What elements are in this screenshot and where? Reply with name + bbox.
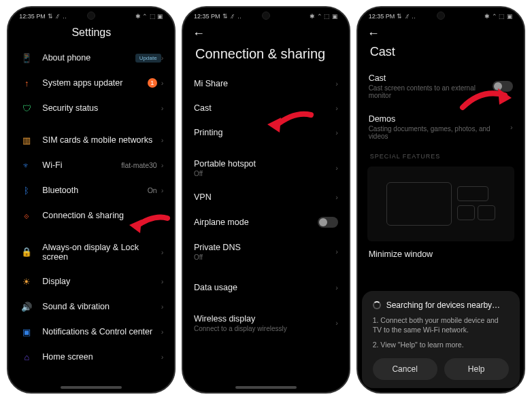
help-button[interactable]: Help (444, 358, 509, 380)
update-icon: ↑ (19, 78, 34, 88)
cast-toggle-row[interactable]: Cast Cast screen contents to an external… (358, 66, 524, 107)
chevron-right-icon: › (161, 79, 164, 87)
item-label: Cast (194, 103, 335, 113)
camera-notch (262, 12, 270, 20)
phone-icon: 📱 (19, 53, 34, 63)
status-indicators: ⇅ ⫽ ‥ (222, 13, 242, 20)
cast-toggle[interactable] (493, 81, 513, 92)
page-title: Connection & sharing (183, 42, 349, 71)
minimize-label: Minimize window (369, 249, 513, 259)
chevron-right-icon: › (161, 104, 164, 112)
item-sub: Off (194, 170, 335, 177)
wifi-icon: ᯤ (19, 160, 34, 171)
back-icon[interactable]: ← (367, 27, 380, 41)
chevron-right-icon: › (161, 328, 164, 336)
home-indicator[interactable] (61, 386, 122, 389)
item-sub: Connect to a display wirelessly (194, 325, 335, 332)
back-icon[interactable]: ← (193, 27, 205, 41)
home-indicator[interactable] (235, 386, 297, 389)
demos-row[interactable]: Demos Casting documents, games, photos, … (358, 107, 524, 148)
connection-list[interactable]: Mi Share›Cast›Printing› Portable hotspot… (183, 71, 349, 392)
item-label: Mi Share (194, 79, 335, 88)
notification-badge: 1 (148, 78, 157, 88)
shield-icon: 🛡 (19, 103, 34, 114)
list-item[interactable]: Wireless displayConnect to a display wir… (183, 307, 349, 340)
chevron-right-icon: › (335, 128, 338, 137)
chevron-right-icon: › (510, 123, 513, 131)
item-label: VPN (194, 192, 335, 202)
item-label: Security status (42, 103, 161, 113)
item-label: Wi-Fi (42, 160, 121, 170)
list-item[interactable]: Data usage› (183, 275, 349, 300)
list-item[interactable]: ᯤWi-Fiflat-mate30› (8, 153, 174, 178)
sound-icon: 🔊 (19, 302, 34, 312)
status-right-icons: ✱ ⌃ ⬚ ▣ (484, 13, 513, 20)
list-item[interactable]: 🛡Security status› (8, 96, 174, 121)
cast-label: Cast (369, 73, 386, 83)
status-time: 12:35 PM (369, 13, 395, 20)
list-item[interactable]: Cast› (183, 96, 349, 120)
item-label: Connection & sharing (42, 211, 161, 220)
list-item[interactable]: Mi Share› (183, 71, 349, 96)
list-item[interactable]: Portable hotspotOff› (183, 152, 349, 185)
list-item[interactable]: ↑System apps updater1› (8, 71, 174, 96)
item-label: Airplane mode (194, 218, 318, 227)
list-item[interactable]: ☀Display› (8, 269, 174, 294)
chevron-right-icon: › (161, 136, 164, 144)
item-value: On (148, 186, 157, 194)
list-item[interactable]: Airplane mode (183, 209, 349, 235)
status-indicators: ⇅ ⫽ ‥ (48, 13, 67, 20)
bluetooth-icon: ᛒ (19, 186, 34, 196)
update-pill: Update (135, 54, 161, 63)
status-indicators: ⇅ ⫽ ‥ (397, 13, 416, 20)
cast-sub: Cast screen contents to an external moni… (369, 84, 493, 99)
lock-icon: 🔒 (19, 247, 34, 257)
item-label: Private DNSOff (194, 243, 335, 261)
camera-notch (87, 12, 95, 20)
item-label: System apps updater (42, 78, 147, 88)
display-icon: ☀ (19, 277, 34, 287)
searching-sheet: Searching for devices nearby… 1. Connect… (362, 291, 520, 388)
chevron-right-icon: › (335, 319, 338, 327)
settings-list[interactable]: 📱About phoneUpdate›↑System apps updater1… (8, 46, 174, 392)
chevron-right-icon: › (335, 283, 338, 292)
list-item[interactable]: Private DNSOff› (183, 235, 349, 268)
item-sub: Off (194, 254, 335, 261)
list-item[interactable]: ⌂Home screen› (8, 345, 174, 370)
chevron-right-icon: › (335, 80, 338, 88)
toggle[interactable] (318, 217, 338, 228)
demos-sub: Casting documents, games, photos, and vi… (369, 125, 510, 140)
status-right-icons: ✱ ⌃ ⬚ ▣ (310, 13, 338, 20)
chevron-right-icon: › (161, 186, 164, 194)
status-time: 12:35 PM (19, 13, 46, 20)
list-item[interactable]: 📱About phoneUpdate› (8, 46, 174, 71)
status-time: 12:35 PM (194, 13, 220, 20)
section-special-features: SPECIAL FEATURES (358, 148, 524, 162)
list-item[interactable]: VPN› (183, 185, 349, 209)
list-item[interactable]: ⟐Connection & sharing› (8, 203, 174, 228)
minimize-window-row[interactable]: Minimize window (358, 248, 524, 266)
chevron-right-icon: › (161, 277, 164, 285)
item-label: SIM cards & mobile networks (42, 135, 161, 145)
list-item[interactable]: 🔒Always-on display & Lock screen› (8, 235, 174, 269)
item-label: Sound & vibration (42, 302, 161, 311)
item-label: Bluetooth (42, 186, 147, 195)
phone-cast: 12:35 PM ⇅ ⫽ ‥ ✱ ⌃ ⬚ ▣ ← Cast Cast Cast … (356, 6, 525, 394)
item-label: Wireless displayConnect to a display wir… (194, 314, 335, 332)
feature-illustration (367, 167, 514, 241)
item-label: Printing (194, 128, 335, 137)
item-label: Data usage (194, 283, 335, 292)
chevron-right-icon: › (161, 302, 164, 311)
cancel-button[interactable]: Cancel (373, 358, 437, 380)
list-item[interactable]: Printing› (183, 120, 349, 145)
item-label: Home screen (42, 352, 161, 362)
list-item[interactable]: ᛒBluetoothOn› (8, 178, 174, 203)
list-item[interactable]: ▣Notifications & Control center› (8, 319, 174, 345)
list-item[interactable]: 🔊Sound & vibration› (8, 294, 174, 319)
page-title: Settings (8, 22, 174, 46)
list-item[interactable]: ▥SIM cards & mobile networks› (8, 128, 174, 153)
item-label: About phone (42, 53, 135, 63)
chevron-right-icon: › (161, 54, 164, 62)
item-label: Always-on display & Lock screen (42, 243, 161, 262)
camera-notch (437, 12, 445, 20)
